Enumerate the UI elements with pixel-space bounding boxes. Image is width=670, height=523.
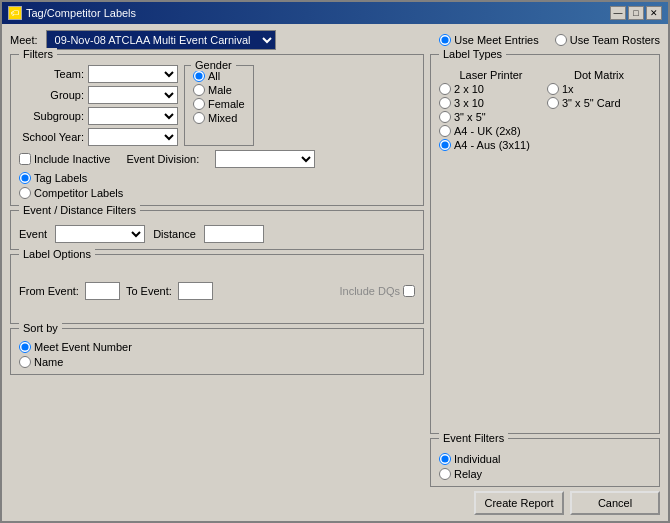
relay-radio[interactable] xyxy=(439,468,451,480)
laser-a4uk-radio[interactable] xyxy=(439,125,451,137)
label-options-content: From Event: To Event: Include DQs xyxy=(19,261,415,311)
cancel-button[interactable]: Cancel xyxy=(570,491,660,515)
content-area: Meet: 09-Nov-08 ATCLAA Multi Event Carni… xyxy=(2,24,668,521)
gender-all-label: All xyxy=(208,70,220,82)
laser-a4uk-option[interactable]: A4 - UK (2x8) xyxy=(439,125,543,137)
sort-name-option[interactable]: Name xyxy=(19,356,415,368)
dot-1x-label: 1x xyxy=(562,83,574,95)
laser-3x5-label: 3" x 5" xyxy=(454,111,486,123)
include-inactive-option[interactable]: Include Inactive xyxy=(19,153,110,165)
dot-3x5card-option[interactable]: 3" x 5" Card xyxy=(547,97,651,109)
to-event-input[interactable] xyxy=(178,282,213,300)
left-panel: Filters Team: Group: xyxy=(10,54,424,515)
from-to-row: From Event: To Event: xyxy=(19,282,213,300)
school-year-select[interactable] xyxy=(88,128,178,146)
close-button[interactable]: ✕ xyxy=(646,6,662,20)
from-event-label: From Event: xyxy=(19,285,79,297)
laser-a4aus-option[interactable]: A4 - Aus (3x11) xyxy=(439,139,543,151)
laser-2x10-radio[interactable] xyxy=(439,83,451,95)
sort-name-radio[interactable] xyxy=(19,356,31,368)
laser-3x5-option[interactable]: 3" x 5" xyxy=(439,111,543,123)
to-event-label: To Event: xyxy=(126,285,172,297)
from-event-input[interactable] xyxy=(85,282,120,300)
group-label: Group: xyxy=(19,89,84,101)
laser-3x10-radio[interactable] xyxy=(439,97,451,109)
minimize-button[interactable]: — xyxy=(610,6,626,20)
competitor-labels-option[interactable]: Competitor Labels xyxy=(19,187,415,199)
sort-meet-event-option[interactable]: Meet Event Number xyxy=(19,341,415,353)
gender-mixed-radio[interactable] xyxy=(193,112,205,124)
use-meet-entries-option[interactable]: Use Meet Entries xyxy=(439,34,538,46)
laser-3x5-radio[interactable] xyxy=(439,111,451,123)
use-meet-entries-radio[interactable] xyxy=(439,34,451,46)
title-bar-buttons: — □ ✕ xyxy=(610,6,662,20)
team-select[interactable] xyxy=(88,65,178,83)
entry-options: Use Meet Entries Use Team Rosters xyxy=(439,34,660,46)
label-types-content: Laser Printer Dot Matrix 2 x 10 1x xyxy=(439,61,651,151)
tag-labels-option[interactable]: Tag Labels xyxy=(19,172,415,184)
relay-label: Relay xyxy=(454,468,482,480)
maximize-button[interactable]: □ xyxy=(628,6,644,20)
label-options-fieldset: Label Options From Event: To Event: Incl… xyxy=(10,254,424,324)
distance-input[interactable] xyxy=(204,225,264,243)
use-team-rosters-option[interactable]: Use Team Rosters xyxy=(555,34,660,46)
sort-by-fieldset: Sort by Meet Event Number Name xyxy=(10,328,424,375)
label-types-fieldset: Label Types Laser Printer Dot Matrix 2 x… xyxy=(430,54,660,434)
sort-meet-event-radio[interactable] xyxy=(19,341,31,353)
filters-legend: Filters xyxy=(19,48,57,60)
tag-labels-radio[interactable] xyxy=(19,172,31,184)
gender-female-radio[interactable] xyxy=(193,98,205,110)
dot-1x-radio[interactable] xyxy=(547,83,559,95)
filters-fieldset: Filters Team: Group: xyxy=(10,54,424,206)
event-label: Event xyxy=(19,228,47,240)
gender-female-option[interactable]: Female xyxy=(193,98,245,110)
laser-3x10-label: 3 x 10 xyxy=(454,97,484,109)
individual-radio[interactable] xyxy=(439,453,451,465)
label-types-header: Laser Printer Dot Matrix xyxy=(439,69,651,81)
use-meet-entries-label: Use Meet Entries xyxy=(454,34,538,46)
include-dqs-option[interactable]: Include DQs xyxy=(339,285,415,297)
main-area: Filters Team: Group: xyxy=(10,54,660,515)
event-filters-fieldset: Event Filters Individual Relay xyxy=(430,438,660,487)
laser-3x10-option[interactable]: 3 x 10 xyxy=(439,97,543,109)
gender-mixed-option[interactable]: Mixed xyxy=(193,112,245,124)
include-inactive-row: Include Inactive Event Division: xyxy=(19,150,415,168)
team-row: Team: xyxy=(19,65,178,83)
event-select[interactable] xyxy=(55,225,145,243)
gender-male-radio[interactable] xyxy=(193,84,205,96)
gender-all-option[interactable]: All xyxy=(193,70,245,82)
individual-option[interactable]: Individual xyxy=(439,453,651,465)
create-report-button[interactable]: Create Report xyxy=(474,491,564,515)
laser-a4aus-radio[interactable] xyxy=(439,139,451,151)
gender-legend: Gender xyxy=(191,59,236,71)
laser-2x10-label: 2 x 10 xyxy=(454,83,484,95)
dot-3x5card-radio[interactable] xyxy=(547,97,559,109)
main-window: 🏷 Tag/Competitor Labels — □ ✕ Meet: 09-N… xyxy=(0,0,670,523)
label-types-legend: Label Types xyxy=(439,48,506,60)
event-division-select[interactable] xyxy=(215,150,315,168)
window-title: Tag/Competitor Labels xyxy=(26,7,136,19)
subgroup-select[interactable] xyxy=(88,107,178,125)
title-bar-left: 🏷 Tag/Competitor Labels xyxy=(8,6,136,20)
event-division-label: Event Division: xyxy=(126,153,199,165)
group-select[interactable] xyxy=(88,86,178,104)
competitor-labels-radio[interactable] xyxy=(19,187,31,199)
gender-male-option[interactable]: Male xyxy=(193,84,245,96)
meet-select[interactable]: 09-Nov-08 ATCLAA Multi Event Carnival xyxy=(46,30,276,50)
label-options-legend: Label Options xyxy=(19,248,95,260)
relay-option[interactable]: Relay xyxy=(439,468,651,480)
event-distance-fieldset: Event / Distance Filters Event Distance xyxy=(10,210,424,250)
use-team-rosters-radio[interactable] xyxy=(555,34,567,46)
competitor-labels-label: Competitor Labels xyxy=(34,187,123,199)
gender-all-radio[interactable] xyxy=(193,70,205,82)
laser-2x10-option[interactable]: 2 x 10 xyxy=(439,83,543,95)
event-distance-section: Event Distance xyxy=(19,217,415,243)
filters-left: Team: Group: Subgroup: xyxy=(19,65,178,146)
include-inactive-label: Include Inactive xyxy=(34,153,110,165)
sort-by-legend: Sort by xyxy=(19,322,62,334)
include-dqs-checkbox[interactable] xyxy=(403,285,415,297)
top-row: Meet: 09-Nov-08 ATCLAA Multi Event Carni… xyxy=(10,30,660,50)
dot-1x-option[interactable]: 1x xyxy=(547,83,651,95)
include-inactive-checkbox[interactable] xyxy=(19,153,31,165)
school-year-row: School Year: xyxy=(19,128,178,146)
